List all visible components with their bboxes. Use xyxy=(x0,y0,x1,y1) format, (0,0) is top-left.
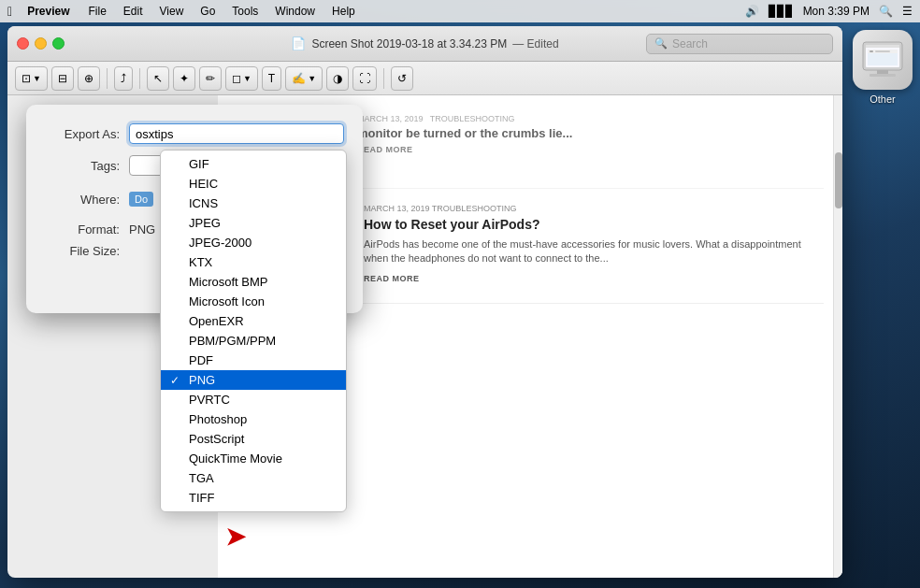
shapes-arrow: ▼ xyxy=(243,74,252,83)
format-option-msbmp[interactable]: Microsoft BMP xyxy=(161,272,346,292)
sign-icon: ✍ xyxy=(292,72,306,85)
format-option-png[interactable]: PNG xyxy=(161,370,346,390)
toolbar-text-btn[interactable]: T xyxy=(262,66,281,91)
toolbar-cursor-btn[interactable]: ↖ xyxy=(147,66,169,91)
svg-rect-4 xyxy=(870,74,896,77)
where-folder: Do xyxy=(129,192,153,207)
dock-icon-other xyxy=(853,30,913,90)
toolbar-share-btn[interactable]: ⤴ xyxy=(114,66,133,91)
toolbar-adjust-btn[interactable]: ◑ xyxy=(326,66,349,91)
format-value: PNG xyxy=(129,222,155,237)
zoom-out-icon: ⊟ xyxy=(58,72,67,85)
format-option-jpeg2000[interactable]: JPEG-2000 xyxy=(161,233,346,252)
menu-tools[interactable]: Tools xyxy=(224,3,266,20)
scrollbar[interactable] xyxy=(833,95,842,578)
format-label: Format: xyxy=(45,222,120,237)
format-option-pvrtc[interactable]: PVRTC xyxy=(161,390,346,409)
scrollbar-thumb[interactable] xyxy=(835,152,842,208)
rotate-icon: ↺ xyxy=(397,72,407,85)
article-desc-2: AirPods has become one of the must-have … xyxy=(364,237,824,266)
wifi-icon[interactable]: ▊▊▊ xyxy=(769,5,794,18)
spotlight-icon[interactable]: 🔍 xyxy=(879,5,893,18)
svg-rect-7 xyxy=(870,50,873,52)
format-option-photoshop[interactable]: Photoshop xyxy=(161,409,346,429)
toolbar-marquee-btn[interactable]: ⊡ ▼ xyxy=(15,66,48,91)
menu-file[interactable]: File xyxy=(81,3,114,20)
format-option-gif[interactable]: GIF xyxy=(161,154,346,174)
toolbar-zoom-out-btn[interactable]: ⊟ xyxy=(51,66,74,91)
maximize-button[interactable] xyxy=(52,37,65,50)
dock-label: Other xyxy=(870,93,896,105)
format-option-tiff[interactable]: TIFF xyxy=(161,488,346,508)
article-title-2: How to Reset your AirPods? xyxy=(364,217,824,232)
menu-go[interactable]: Go xyxy=(193,3,223,20)
format-option-ktx[interactable]: KTX xyxy=(161,252,346,272)
toolbar-shapes-btn[interactable]: ◻ ▼ xyxy=(225,66,258,91)
search-box[interactable]: 🔍 Search xyxy=(646,34,833,54)
toolbar-magic-btn[interactable]: ✦ xyxy=(173,66,195,91)
minimize-button[interactable] xyxy=(35,37,47,50)
format-option-icns[interactable]: ICNS xyxy=(161,194,346,213)
menu-edit[interactable]: Edit xyxy=(116,3,151,20)
toolbar-sign-btn[interactable]: ✍ ▼ xyxy=(285,66,323,91)
article-title-1: monitor be turned or the crumbs lie... xyxy=(357,126,824,140)
format-option-pdf[interactable]: PDF xyxy=(161,351,346,370)
format-option-tga[interactable]: TGA xyxy=(161,468,346,488)
article-meta-1: MARCH 13, 2019 TROUBLESHOOTING xyxy=(357,114,824,123)
pen-icon: ✏ xyxy=(206,72,215,85)
content-area: MARCH 13, 2019 TROUBLESHOOTING monitor b… xyxy=(7,95,842,578)
close-button[interactable] xyxy=(17,37,29,50)
clock: Mon 3:39 PM xyxy=(803,5,870,18)
format-option-postscript[interactable]: PostScript xyxy=(161,429,346,449)
export-as-label: Export As: xyxy=(45,127,120,141)
toolbar-crop-btn[interactable]: ⛶ xyxy=(352,66,377,91)
arrow-to-save: ➤ xyxy=(225,523,246,552)
toolbar-pen-btn[interactable]: ✏ xyxy=(199,66,222,91)
notification-icon[interactable]: ☰ xyxy=(902,5,913,18)
where-label: Where: xyxy=(45,193,120,207)
read-more-1[interactable]: READ MORE xyxy=(357,145,824,154)
cursor-icon: ↖ xyxy=(153,72,163,85)
article-meta-2: MARCH 13, 2019 TROUBLESHOOTING xyxy=(364,204,824,213)
format-option-heic[interactable]: HEIC xyxy=(161,174,346,194)
apple-menu[interactable]:  xyxy=(7,4,12,19)
export-as-row: Export As: xyxy=(45,123,344,144)
crop-icon: ⛶ xyxy=(359,72,370,85)
svg-rect-3 xyxy=(877,70,888,74)
marquee-icon: ⊡ xyxy=(22,72,31,85)
document-icon: 📄 xyxy=(291,36,306,50)
format-dropdown: GIF HEIC ICNS JPEG JPEG-2000 KTX Microso… xyxy=(160,150,347,512)
format-option-jpeg[interactable]: JPEG xyxy=(161,213,346,233)
toolbar-rotate-btn[interactable]: ↺ xyxy=(391,66,413,91)
window-title-area: 📄 Screen Shot 2019-03-18 at 3.34.23 PM —… xyxy=(291,36,558,50)
toolbar-separator-3 xyxy=(383,68,384,89)
dock-item-other[interactable]: Other xyxy=(849,30,916,105)
article-text-2: MARCH 13, 2019 TROUBLESHOOTING How to Re… xyxy=(364,204,824,288)
search-icon: 🔍 xyxy=(654,37,668,50)
toolbar-separator-1 xyxy=(107,68,108,89)
format-option-quicktime[interactable]: QuickTime Movie xyxy=(161,449,346,468)
svg-rect-8 xyxy=(875,50,890,52)
share-icon: ⤴ xyxy=(121,72,126,85)
edited-badge: — Edited xyxy=(512,37,558,50)
toolbar-zoom-in-btn[interactable]: ⊕ xyxy=(78,66,100,91)
marquee-arrow: ▼ xyxy=(33,74,41,83)
format-option-msicon[interactable]: Microsoft Icon xyxy=(161,292,346,311)
menu-help[interactable]: Help xyxy=(324,3,363,20)
format-option-openexr[interactable]: OpenEXR xyxy=(161,311,346,331)
filesize-label: File Size: xyxy=(45,244,120,258)
shapes-icon: ◻ xyxy=(232,72,241,85)
export-as-input[interactable] xyxy=(129,123,344,144)
zoom-in-icon: ⊕ xyxy=(84,72,93,85)
menu-view[interactable]: View xyxy=(152,3,192,20)
toolbar-separator-2 xyxy=(139,68,140,89)
menu-window[interactable]: Window xyxy=(267,3,323,20)
magic-icon: ✦ xyxy=(180,72,189,85)
tags-label: Tags: xyxy=(45,159,120,173)
app-name[interactable]: Preview xyxy=(20,3,77,20)
volume-icon[interactable]: 🔊 xyxy=(745,5,759,18)
format-option-pbm[interactable]: PBM/PGM/PPM xyxy=(161,331,346,351)
window-title: Screen Shot 2019-03-18 at 3.34.23 PM xyxy=(311,37,507,50)
read-more-2[interactable]: READ MORE xyxy=(364,274,824,283)
title-bar: 📄 Screen Shot 2019-03-18 at 3.34.23 PM —… xyxy=(7,26,842,62)
